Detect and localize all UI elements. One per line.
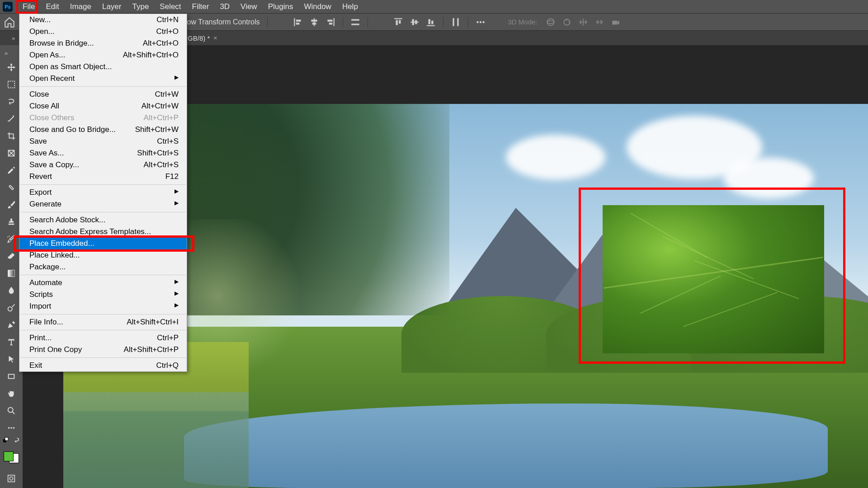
svg-point-35: [8, 408, 13, 413]
menu-plugins[interactable]: Plugins: [263, 0, 299, 14]
align-bottom-icon[interactable]: [426, 17, 436, 27]
menu-item-close-all[interactable]: Close AllAlt+Ctrl+W: [19, 100, 187, 112]
align-left-icon[interactable]: [293, 17, 303, 27]
align-middle-icon[interactable]: [410, 17, 420, 27]
more-tools-icon[interactable]: [3, 420, 19, 436]
menu-image[interactable]: Image: [65, 0, 97, 14]
3d-pan-icon[interactable]: [578, 17, 588, 27]
menu-item-close-and-go-to-bridge[interactable]: Close and Go to Bridge...Shift+Ctrl+W: [19, 124, 187, 136]
menu-type[interactable]: Type: [127, 0, 154, 14]
3d-slide-icon[interactable]: [594, 17, 604, 27]
marquee-tool[interactable]: [3, 76, 19, 93]
distribute-v-icon[interactable]: [451, 17, 461, 27]
menu-item-save-as[interactable]: Save As...Shift+Ctrl+S: [19, 147, 187, 159]
menu-help[interactable]: Help: [337, 0, 363, 14]
menu-item-generate[interactable]: Generate▶: [19, 198, 187, 210]
menu-item-open[interactable]: Open...Ctrl+O: [19, 26, 187, 38]
dodge-tool[interactable]: [3, 300, 19, 316]
history-brush-tool[interactable]: [3, 231, 19, 247]
3d-roll-icon[interactable]: [562, 17, 572, 27]
menu-layer[interactable]: Layer: [97, 0, 127, 14]
crop-tool[interactable]: [3, 128, 19, 144]
menu-view[interactable]: View: [235, 0, 263, 14]
3d-orbit-icon[interactable]: [546, 17, 556, 27]
type-tool[interactable]: [3, 334, 19, 350]
menu-3d[interactable]: 3D: [214, 0, 235, 14]
gradient-tool[interactable]: [3, 265, 19, 282]
menu-item-search-adobe-express-templates[interactable]: Search Adobe Express Templates...: [19, 226, 187, 238]
swap-colors-icon[interactable]: [14, 437, 20, 443]
align-top-icon[interactable]: [393, 17, 403, 27]
menu-item-save[interactable]: SaveCtrl+S: [19, 136, 187, 147]
3d-camera-icon[interactable]: [611, 17, 621, 27]
svg-rect-28: [612, 20, 617, 24]
menu-item-open-as[interactable]: Open As...Alt+Shift+Ctrl+O: [19, 49, 187, 61]
align-center-h-icon[interactable]: [309, 17, 319, 27]
svg-rect-32: [8, 270, 15, 277]
brush-tool[interactable]: [3, 197, 19, 213]
tools-collapse-icon[interactable]: »: [2, 48, 10, 58]
align-v-group: [393, 17, 436, 27]
wand-tool[interactable]: [3, 111, 19, 127]
svg-rect-16: [415, 20, 417, 24]
separator: [368, 17, 368, 27]
align-right-icon[interactable]: [326, 17, 335, 27]
menu-item-print-one-copy[interactable]: Print One CopyAlt+Shift+Ctrl+P: [19, 344, 187, 356]
svg-rect-11: [394, 18, 402, 19]
default-colors-icon[interactable]: [3, 437, 9, 443]
menu-separator: [20, 357, 186, 358]
eyedropper-tool[interactable]: [3, 162, 19, 178]
healing-tool[interactable]: [3, 179, 19, 196]
home-icon[interactable]: [4, 16, 15, 28]
eraser-tool[interactable]: [3, 248, 19, 264]
close-tab-icon[interactable]: ×: [213, 34, 217, 42]
menu-item-browse-in-bridge[interactable]: Browse in Bridge...Alt+Ctrl+O: [19, 38, 187, 49]
menu-item-file-info[interactable]: File Info...Alt+Shift+Ctrl+I: [19, 316, 187, 328]
path-select-tool[interactable]: [3, 351, 19, 367]
menu-item-new[interactable]: New...Ctrl+N: [19, 14, 187, 26]
zoom-tool[interactable]: [3, 403, 19, 419]
frame-tool[interactable]: [3, 145, 19, 161]
menu-item-place-linked[interactable]: Place Linked...: [19, 249, 187, 261]
color-swatch[interactable]: [4, 448, 19, 463]
menu-item-print[interactable]: Print...Ctrl+P: [19, 332, 187, 344]
menu-item-automate[interactable]: Automate▶: [19, 277, 187, 289]
svg-rect-13: [399, 20, 401, 23]
menu-item-open-recent[interactable]: Open Recent▶: [19, 73, 187, 84]
menu-file[interactable]: File: [17, 0, 40, 14]
menu-item-export[interactable]: Export▶: [19, 187, 187, 198]
quick-mask-icon[interactable]: [3, 470, 19, 487]
menu-item-place-embedded[interactable]: Place Embedded...: [19, 238, 187, 249]
menu-item-exit[interactable]: ExitCtrl+Q: [19, 360, 187, 371]
menu-item-save-a-copy[interactable]: Save a Copy...Alt+Ctrl+S: [19, 159, 187, 171]
menu-item-revert[interactable]: RevertF12: [19, 171, 187, 183]
menu-item-search-adobe-stock[interactable]: Search Adobe Stock...: [19, 214, 187, 226]
svg-point-24: [482, 21, 484, 23]
svg-point-37: [10, 427, 12, 429]
svg-rect-7: [327, 19, 332, 21]
menu-item-package[interactable]: Package...: [19, 261, 187, 273]
distribute-icon[interactable]: [350, 17, 360, 27]
menu-item-open-as-smart-object[interactable]: Open as Smart Object...: [19, 61, 187, 73]
lasso-tool[interactable]: [3, 94, 19, 110]
menu-window[interactable]: Window: [298, 0, 336, 14]
svg-rect-6: [333, 18, 334, 26]
align-icons-group: [293, 17, 335, 27]
more-options-icon[interactable]: [476, 17, 486, 27]
menu-item-close[interactable]: CloseCtrl+W: [19, 89, 187, 100]
hand-tool[interactable]: [3, 385, 19, 402]
pen-tool[interactable]: [3, 317, 19, 333]
3d-mode-label: 3D Mode:: [508, 18, 538, 26]
blur-tool[interactable]: [3, 282, 19, 299]
stamp-tool[interactable]: [3, 214, 19, 230]
menu-item-scripts[interactable]: Scripts▶: [19, 289, 187, 300]
move-tool[interactable]: [3, 59, 19, 75]
menu-edit[interactable]: Edit: [40, 0, 64, 14]
separator: [343, 17, 343, 27]
foreground-color[interactable]: [4, 451, 14, 461]
menu-item-import[interactable]: Import▶: [19, 300, 187, 312]
tabs-overflow-icon[interactable]: »: [9, 33, 18, 43]
menu-select[interactable]: Select: [154, 0, 186, 14]
rectangle-tool[interactable]: [3, 368, 19, 385]
menu-filter[interactable]: Filter: [187, 0, 215, 14]
